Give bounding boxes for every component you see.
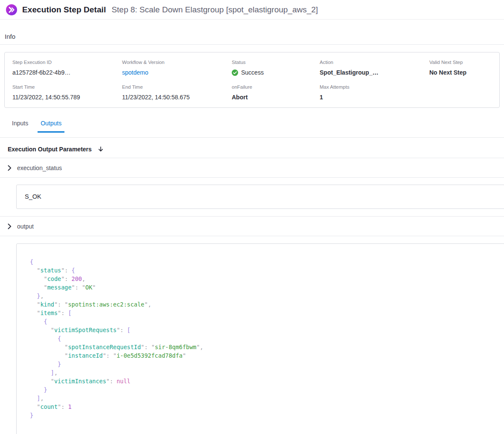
status-text: Success	[241, 69, 264, 76]
param-name: execution_status	[17, 165, 62, 171]
field-workflow-version: Workflow & Version spotdemo	[122, 60, 232, 76]
field-label: Workflow & Version	[122, 60, 232, 65]
field-label: Max Attempts	[320, 84, 429, 90]
info-card: Step Execution ID a125728f-6b22-4b9… Wor…	[4, 52, 500, 108]
workflow-link[interactable]: spotdemo	[122, 69, 232, 76]
field-value: Spot_Elastigroup_…	[320, 69, 429, 76]
field-label: Start Time	[12, 84, 122, 90]
info-section-title: Info	[0, 20, 504, 45]
field-label: Valid Next Step	[429, 60, 492, 65]
check-circle-icon	[232, 69, 238, 76]
inputs-outputs-tabs: Inputs Outputs	[0, 120, 504, 133]
field-status: Status Success	[232, 60, 320, 76]
param-row-output[interactable]: output	[0, 217, 504, 236]
field-step-execution-id: Step Execution ID a125728f-6b22-4b9…	[12, 60, 122, 76]
execution-status-value-box: S_OK	[16, 185, 504, 209]
field-valid-next-step: Valid Next Step No Next Step	[429, 60, 492, 76]
param-name: output	[17, 223, 34, 230]
output-json-code: { "status": { "code": 200, "message": "O…	[30, 258, 504, 420]
arrow-down-icon[interactable]	[97, 146, 104, 153]
field-label: Action	[320, 60, 429, 65]
chevron-right-icon	[8, 165, 12, 171]
field-label: Step Execution ID	[12, 60, 122, 65]
field-on-failure: onFailure Abort	[232, 84, 320, 101]
tab-inputs[interactable]: Inputs	[9, 120, 31, 133]
field-value: a125728f-6b22-4b9…	[12, 69, 122, 76]
field-label: Status	[232, 60, 320, 65]
execution-output-parameters-title: Execution Output Parameters	[8, 146, 92, 153]
field-action: Action Spot_Elastigroup_…	[320, 60, 429, 76]
page-subtitle: Step 8: Scale Down Elastgroup [spot_elas…	[111, 5, 318, 14]
field-end-time: End Time 11/23/2022, 14:50:58.675	[122, 84, 232, 101]
field-label: End Time	[122, 84, 232, 90]
app-header: Execution Step Detail Step 8: Scale Down…	[0, 0, 504, 20]
field-start-time: Start Time 11/23/2022, 14:50:55.789	[12, 84, 122, 101]
tab-outputs[interactable]: Outputs	[38, 120, 64, 133]
app-logo-icon	[6, 4, 17, 16]
field-value: 11/23/2022, 14:50:55.789	[12, 94, 122, 101]
execution-output-parameters-header: Execution Output Parameters	[0, 138, 504, 158]
field-max-attempts: Max Attempts 1	[320, 84, 429, 101]
output-json-box: { "status": { "code": 200, "message": "O…	[16, 243, 504, 434]
page-title: Execution Step Detail	[22, 5, 106, 14]
chevron-right-icon	[8, 223, 12, 229]
field-value: 1	[320, 94, 429, 101]
field-value: 11/23/2022, 14:50:58.675	[122, 94, 232, 101]
field-value: No Next Step	[429, 69, 492, 76]
field-value: Abort	[232, 94, 320, 101]
status-badge: Success	[232, 69, 320, 76]
execution-status-value: S_OK	[25, 193, 41, 200]
param-row-execution-status[interactable]: execution_status	[0, 158, 504, 178]
field-label: onFailure	[232, 84, 320, 90]
